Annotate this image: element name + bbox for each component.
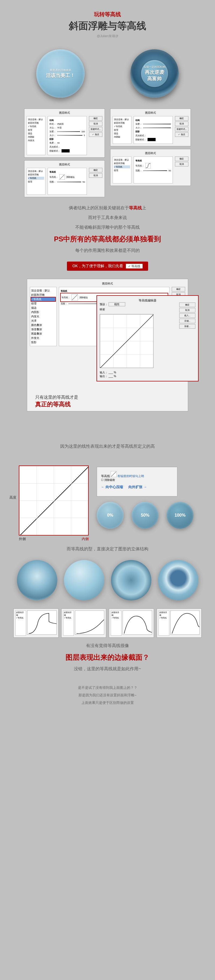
cancel-button[interactable]: 取消 <box>89 121 103 126</box>
btn-caption: 最普通的浮雕效果 <box>50 68 71 72</box>
headline-red: 图层表现出来的边缘截面？ <box>13 653 202 662</box>
footer-line: 是不是试了没有得到我上面图上的？？ <box>13 685 202 690</box>
contour-editor-dialog: 等高线编辑器 预设： 线性 映射 输入： ___ % 输出： ___ % 确定 … <box>96 295 199 382</box>
height-graph-section: 高度 外侧 内侧 等高线 有锯齿的时候勾上哟 ☐ 消除锯齿 ← 向中心压缩 向外… <box>19 466 196 536</box>
contour-graph <box>19 466 89 536</box>
paragraph: 不能省略斜面浮雕中的那个等高线 <box>13 225 202 230</box>
shape-ring <box>111 560 151 600</box>
contour-controls-box: 等高线 有锯齿的时候勾上哟 ☐ 消除锯齿 ← 向中心压缩 向外扩张 → <box>97 467 177 496</box>
arrow-out: 向外扩张 → <box>128 485 147 490</box>
contour-thumbnail[interactable] <box>71 294 78 301</box>
contour-thumb-icon[interactable] <box>59 174 65 180</box>
callout-text: 只有这里的等高线才是 真正的等高线 <box>35 395 185 408</box>
svg-rect-10 <box>123 611 152 635</box>
style-list[interactable]: 混合选项：默认斜面和浮雕✓等高线纹理描边内阴影内发光 <box>27 116 46 155</box>
btn-main-text: 活该当美工！ <box>46 72 75 79</box>
preview-check[interactable]: ✓ 预览 <box>89 132 103 137</box>
style-sidebar[interactable]: 混合选项：默认 斜面和浮雕 ✓等高线 纹理 描边 内阴影 内发光 光泽 颜色叠加… <box>30 287 57 346</box>
curve-panel-1: 斜面和浮雕✓等高线 <box>13 609 58 638</box>
paragraph: 而对于工具本身来说 <box>13 215 202 221</box>
shape-dome <box>17 560 57 600</box>
svg-rect-4 <box>100 368 101 368</box>
contour-thumb-icon[interactable] <box>145 163 151 169</box>
contour-checkbox[interactable]: ✓ 等高线 <box>126 264 143 269</box>
paragraph: 有没有觉得等高线很像 <box>13 643 202 649</box>
paragraph: 因为这里的线性表现出来的才是等高线所定义的高 <box>13 444 202 449</box>
preset-select[interactable]: 线性 <box>109 302 125 306</box>
percent-examples: 0% 50% 100% <box>97 502 193 529</box>
bevel-panel-left: 图层样式 混合选项：默认斜面和浮雕✓等高线纹理描边内阴影内发光 结构 样式：内斜… <box>24 108 105 158</box>
bevel-panel-right: 图层样式 混合选项：默认斜面和浮雕✓等高线纹理描边内阴影 结构 深度： 大小： … <box>110 108 191 146</box>
headline-red: PS中所有的等高线都必须单独看到 <box>13 234 202 244</box>
layer-style-panels: 图层样式 混合选项：默认斜面和浮雕✓等高线纹理描边内阴影内发光 结构 样式：内斜… <box>13 108 202 197</box>
author: @Julien朱璘洢 <box>13 34 202 38</box>
editor-title: 等高线编辑器 <box>100 299 195 302</box>
axis-label-inner: 内侧 <box>82 536 89 541</box>
curve-editor[interactable] <box>100 314 153 368</box>
svg-line-3 <box>100 314 153 368</box>
curve-panel-2: 斜面和浮雕✓等高线 <box>61 609 106 638</box>
bevel-options: 结构 样式：内斜面 方法：平滑 深度：100 大小：5 阴影 角度：90 高光模… <box>47 116 87 155</box>
paragraph: 没错，这里的等高线就是如此作用~ <box>13 666 202 672</box>
shape-crater <box>158 560 198 600</box>
curve-panel-3: 斜面和浮雕✓等高线 <box>109 609 154 638</box>
pct-100-button: 100% <box>167 502 193 529</box>
svg-rect-8 <box>27 611 57 635</box>
red-banner: OK，为了便于理解，我们先看✓ 等高线 <box>67 262 148 271</box>
dialog-title: 图层样式 <box>27 111 103 115</box>
btn-main-text: 再次逆袭 高富帅 <box>145 69 164 82</box>
subtitle: 玩转等高线 <box>13 11 202 18</box>
contour-panel-left: 图层样式 混合选项：默认斜面和浮雕✓等高线纹理 等高线 等高线：消除锯齿 范围：… <box>24 160 105 197</box>
new-style-button[interactable]: 新建样式... <box>89 127 103 132</box>
main-layer-style-panel: 图层样式 混合选项：默认 斜面和浮雕 ✓等高线 纹理 描边 内阴影 内发光 光泽… <box>27 279 188 411</box>
arrow-in: ← 向中心压缩 <box>101 485 123 490</box>
complex-bevel-button: 实现一定的3D结构 再次逆袭 高富帅 <box>130 49 179 98</box>
curve-panel-4: 斜面和浮雕✓等高线 <box>157 609 202 638</box>
svg-rect-11 <box>171 611 200 635</box>
header: 玩转等高线 斜面浮雕与等高线 @Julien朱璘洢 <box>13 11 202 38</box>
paragraph: 而等高线的型，直接决定了图形的立体结构 <box>13 546 202 552</box>
btn-caption: 实现一定的3D结构 <box>144 65 166 69</box>
simple-bevel-button: 最普通的浮雕效果 活该当美工！ <box>36 49 85 98</box>
curve-panels-row: 斜面和浮雕✓等高线 斜面和浮雕✓等高线 斜面和浮雕✓等高线 斜面和浮雕✓等高线 <box>13 609 202 638</box>
contour-shapes-row <box>13 560 202 600</box>
footer-line: 那是因为我们还没有设置斜面和浮雕~ <box>13 693 202 698</box>
main-title: 斜面浮雕与等高线 <box>13 19 202 33</box>
pct-0-button: 0% <box>97 502 123 529</box>
dialog-buttons: 确定 取消 新建样式... ✓ 预览 <box>89 116 103 155</box>
contour-panel-right: 图层样式 混合选项：默认斜面和浮雕✓等高线纹理 等高线 等高线： 范围：50 确… <box>110 149 191 186</box>
ok-button[interactable]: 确定 <box>89 116 103 121</box>
axis-label-height: 高度 <box>9 495 16 500</box>
contour-icon[interactable] <box>111 471 117 477</box>
paragraph: 每个的作用属性和效果都是不同的 <box>13 248 202 253</box>
paragraph: 俩者结构上的区别最关键就在于等高线上 <box>13 205 202 211</box>
shape-sphere <box>64 560 104 600</box>
banner-row: OK，为了便于理解，我们先看✓ 等高线 <box>13 262 202 271</box>
example-buttons-row: 最普通的浮雕效果 活该当美工！ 实现一定的3D结构 再次逆袭 高富帅 <box>13 49 202 98</box>
footer-line: 上面效果只是便于区别而做的设置 <box>13 700 202 705</box>
pct-50-button: 50% <box>132 502 158 529</box>
axis-label-outer: 外侧 <box>19 536 26 541</box>
